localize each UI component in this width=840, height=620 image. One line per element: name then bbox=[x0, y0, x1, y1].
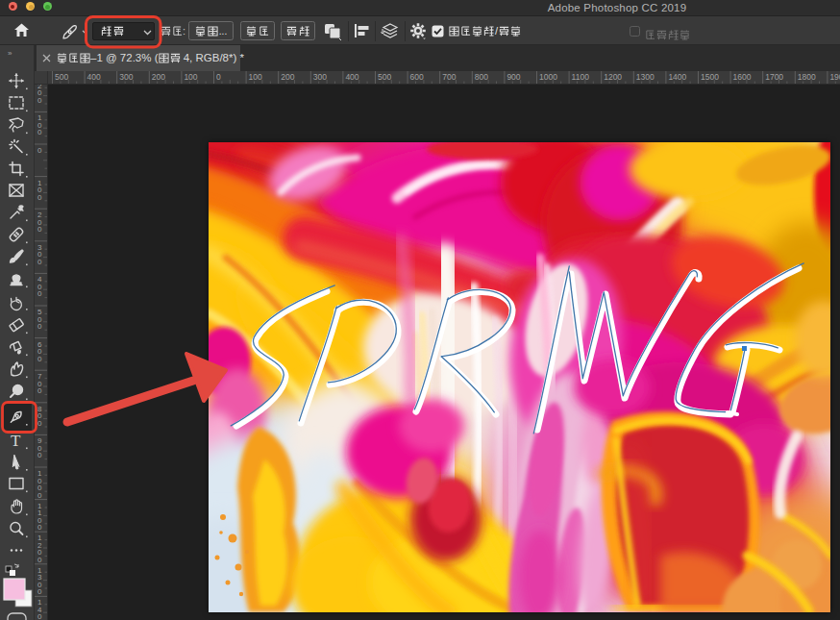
svg-text:0: 0 bbox=[37, 96, 42, 105]
svg-text:0: 0 bbox=[37, 258, 42, 266]
svg-text:0: 0 bbox=[37, 146, 42, 155]
svg-text:100: 100 bbox=[184, 72, 197, 82]
svg-text:1400: 1400 bbox=[668, 72, 686, 82]
svg-text:1700: 1700 bbox=[765, 72, 783, 82]
svg-text:300: 300 bbox=[313, 72, 327, 82]
svg-text:0: 0 bbox=[37, 225, 42, 234]
svg-text:1600: 1600 bbox=[733, 72, 752, 82]
svg-text:1000: 1000 bbox=[539, 72, 557, 82]
svg-text:400: 400 bbox=[345, 72, 358, 82]
svg-text:600: 600 bbox=[410, 72, 424, 82]
svg-text:0: 0 bbox=[37, 556, 42, 564]
svg-text:700: 700 bbox=[442, 72, 456, 82]
svg-text:200: 200 bbox=[281, 72, 294, 82]
svg-text:0: 0 bbox=[37, 193, 42, 202]
svg-text:1300: 1300 bbox=[636, 72, 655, 82]
svg-text:0: 0 bbox=[37, 612, 42, 620]
svg-text:200: 200 bbox=[152, 72, 165, 82]
svg-text:0: 0 bbox=[216, 72, 221, 82]
svg-text:100: 100 bbox=[249, 72, 262, 82]
svg-text:1100: 1100 bbox=[572, 72, 590, 82]
svg-text:800: 800 bbox=[475, 72, 488, 82]
svg-text:0: 0 bbox=[37, 419, 42, 428]
svg-text:500: 500 bbox=[378, 72, 391, 82]
svg-text:0: 0 bbox=[37, 523, 42, 532]
svg-text:0: 0 bbox=[37, 587, 42, 596]
svg-text:300: 300 bbox=[119, 72, 133, 82]
svg-text:0: 0 bbox=[37, 451, 42, 459]
svg-text:900: 900 bbox=[506, 72, 520, 82]
svg-text:0: 0 bbox=[37, 322, 42, 331]
svg-text:0: 0 bbox=[37, 355, 42, 363]
svg-text:1800: 1800 bbox=[798, 72, 816, 82]
svg-text:500: 500 bbox=[55, 72, 68, 82]
svg-text:0: 0 bbox=[37, 386, 42, 395]
svg-text:»: » bbox=[8, 49, 12, 58]
svg-text:T: T bbox=[11, 432, 21, 450]
svg-text:1900: 1900 bbox=[829, 72, 840, 82]
svg-text:400: 400 bbox=[87, 72, 101, 82]
svg-text:0: 0 bbox=[37, 128, 42, 136]
svg-text:1200: 1200 bbox=[604, 72, 622, 82]
svg-text:1500: 1500 bbox=[701, 72, 719, 82]
svg-text:0: 0 bbox=[37, 289, 42, 298]
svg-text:0: 0 bbox=[37, 491, 42, 500]
